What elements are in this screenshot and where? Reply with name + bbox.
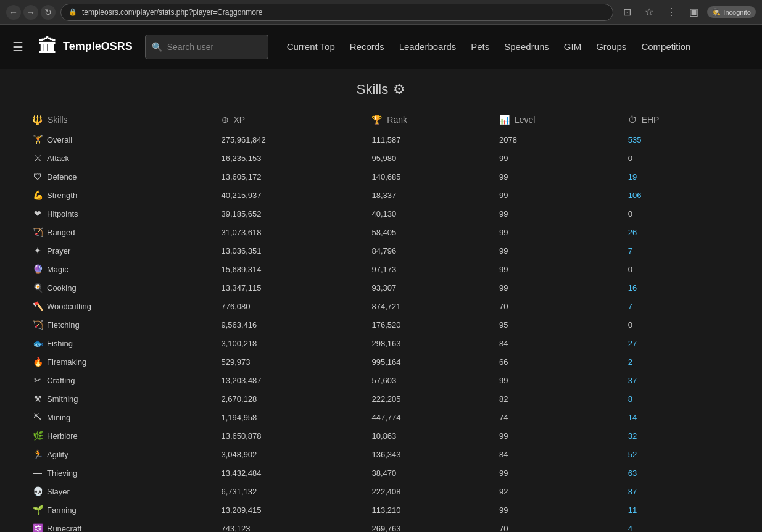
skill-name-text: Attack: [47, 154, 69, 163]
table-row: 🔯 Runecraft 743,123 269,763 70 4: [25, 519, 737, 532]
skill-name-cell: 🐟 Fishing: [25, 334, 214, 352]
search-placeholder: Search user: [167, 42, 213, 52]
skill-ehp-cell: 535: [621, 130, 737, 149]
skill-rank-cell: 97,173: [364, 260, 492, 278]
refresh-button[interactable]: ↻: [41, 5, 56, 20]
table-row: 🏃 Agility 3,048,902 136,343 84 52: [25, 445, 737, 463]
incognito-icon: 🕵: [712, 8, 721, 16]
skill-rank-cell: 447,774: [364, 408, 492, 426]
skill-ehp-cell: 37: [621, 371, 737, 389]
bookmark-icon[interactable]: ☆: [640, 4, 658, 21]
nav-link-leaderboards[interactable]: Leaderboards: [399, 41, 457, 52]
skill-level-cell: 99: [492, 426, 621, 445]
search-bar[interactable]: 🔍 Search user: [145, 35, 268, 59]
skill-ehp-cell: 4: [621, 519, 737, 532]
skill-level-cell: 70: [492, 519, 621, 532]
skills-title-icon: ⚙: [393, 81, 405, 98]
skill-name-cell: 🌿 Herblore: [25, 426, 214, 445]
table-row: 🐟 Fishing 3,100,218 298,163 84 27: [25, 334, 737, 352]
skill-rank-cell: 18,337: [364, 186, 492, 204]
skill-xp-cell: 13,209,415: [214, 501, 365, 519]
skill-xp-cell: 13,203,487: [214, 371, 365, 389]
skill-rank-cell: 93,307: [364, 278, 492, 297]
hamburger-button[interactable]: ☰: [10, 37, 26, 57]
cast-icon[interactable]: ⊡: [618, 4, 636, 21]
skill-xp-cell: 13,650,878: [214, 426, 365, 445]
skill-name-cell: ✦ Prayer: [25, 241, 214, 260]
nav-link-competition[interactable]: Competition: [641, 41, 690, 52]
skill-name-cell: 🔯 Runecraft: [25, 519, 214, 532]
skill-name-cell: 🏹 Ranged: [25, 223, 214, 241]
skill-ehp-cell: 52: [621, 445, 737, 463]
skill-ehp-cell: 16: [621, 278, 737, 297]
th-ehp: ⏱ EHP: [621, 110, 737, 130]
skill-icon: ⚔: [32, 153, 43, 163]
skill-ehp-cell: 26: [621, 223, 737, 241]
nav-link-speedruns[interactable]: Speedruns: [504, 41, 549, 52]
table-row: 🌱 Farming 13,209,415 113,210 99 11: [25, 501, 737, 519]
skill-name-text: Defence: [47, 172, 77, 181]
th-skills: 🔱 Skills: [25, 110, 214, 130]
skill-icon: ⛏: [32, 412, 43, 422]
skill-name-cell: ⚒ Smithing: [25, 389, 214, 408]
nav-link-records[interactable]: Records: [350, 41, 384, 52]
table-header-row: 🔱 Skills ⊕ XP 🏆 Rank 📊 Level ⏱ EHP: [25, 110, 737, 130]
skill-icon: 🏹: [32, 320, 43, 330]
th-rank: 🏆 Rank: [364, 110, 492, 130]
nav-link-gim[interactable]: GIM: [564, 41, 581, 52]
skill-ehp-cell: 19: [621, 167, 737, 186]
skill-rank-cell: 111,587: [364, 130, 492, 149]
window-toggle-icon[interactable]: ▣: [685, 4, 702, 21]
browser-nav-buttons: ← → ↻: [6, 5, 56, 20]
nav-link-current-top[interactable]: Current Top: [287, 41, 335, 52]
skill-icon: 🍳: [32, 283, 43, 293]
skill-xp-cell: 743,123: [214, 519, 365, 532]
skill-name-text: Crafting: [47, 376, 75, 385]
table-row: 🛡 Defence 13,605,172 140,685 99 19: [25, 167, 737, 186]
skill-xp-cell: 15,689,314: [214, 260, 365, 278]
table-row: 🏹 Fletching 9,563,416 176,520 95 0: [25, 315, 737, 334]
skill-icon: ✦: [32, 246, 43, 256]
skill-level-cell: 99: [492, 204, 621, 223]
nav-link-pets[interactable]: Pets: [471, 41, 489, 52]
skill-xp-cell: 39,185,652: [214, 204, 365, 223]
skill-name-text: Herblore: [47, 431, 78, 441]
skill-name-text: Agility: [47, 450, 68, 459]
forward-button[interactable]: →: [23, 5, 38, 20]
skill-icon: 🏋: [32, 135, 43, 144]
skill-name-text: Firemaking: [47, 357, 86, 367]
skill-ehp-cell: 7: [621, 297, 737, 315]
skill-name-cell: 💀 Slayer: [25, 482, 214, 501]
skill-name-cell: ⛏ Mining: [25, 408, 214, 426]
skill-xp-cell: 275,961,842: [214, 130, 365, 149]
skill-xp-cell: 3,100,218: [214, 334, 365, 352]
table-row: ✦ Prayer 13,036,351 84,796 99 7: [25, 241, 737, 260]
th-xp: ⊕ XP: [214, 110, 365, 130]
url-text: templeosrs.com/player/stats.php?player=C…: [82, 8, 262, 17]
skill-icon: 💪: [32, 190, 43, 200]
skill-icon: ❤: [32, 209, 43, 218]
skill-name-text: Hitpoints: [47, 209, 78, 218]
browser-actions: ⊡ ☆ ⋮ ▣ 🕵 Incognito: [618, 4, 756, 21]
skill-ehp-cell: 0: [621, 315, 737, 334]
skills-title-text: Skills: [357, 81, 388, 98]
stats-table: 🔱 Skills ⊕ XP 🏆 Rank 📊 Level ⏱ EHP: [25, 110, 737, 532]
skill-xp-cell: 9,563,416: [214, 315, 365, 334]
nav-link-groups[interactable]: Groups: [596, 41, 626, 52]
skill-rank-cell: 176,520: [364, 315, 492, 334]
menu-icon[interactable]: ⋮: [663, 4, 680, 21]
skill-name-cell: 🌱 Farming: [25, 501, 214, 519]
skill-level-cell: 99: [492, 501, 621, 519]
back-button[interactable]: ←: [6, 5, 21, 20]
table-row: ⚔ Attack 16,235,153 95,980 99 0: [25, 149, 737, 167]
skill-level-cell: 2078: [492, 130, 621, 149]
table-row: 💪 Strength 40,215,937 18,337 99 106: [25, 186, 737, 204]
table-row: 🔮 Magic 15,689,314 97,173 99 0: [25, 260, 737, 278]
skill-name-cell: 🏃 Agility: [25, 445, 214, 463]
skill-name-cell: 🛡 Defence: [25, 167, 214, 186]
skill-level-cell: 84: [492, 445, 621, 463]
address-bar[interactable]: 🔒 templeosrs.com/player/stats.php?player…: [60, 4, 613, 21]
table-row: — Thieving 13,432,484 38,470 99 63: [25, 463, 737, 482]
main-content: Skills ⚙ 🔱 Skills ⊕ XP 🏆 Rank 📊: [0, 69, 762, 532]
level-header-icon: 📊: [499, 115, 510, 125]
